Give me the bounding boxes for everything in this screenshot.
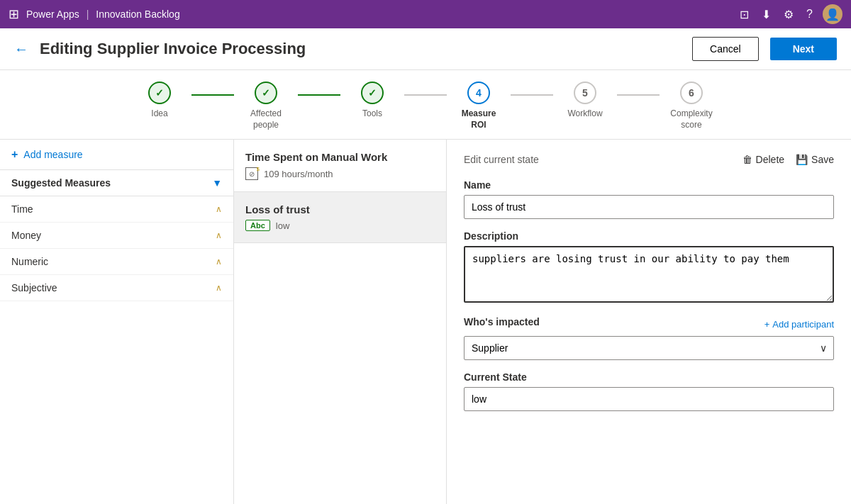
step-idea[interactable]: ✓ Idea: [128, 82, 191, 120]
step-label-affected: Affectedpeople: [250, 108, 282, 130]
category-time[interactable]: Time ∧: [0, 196, 233, 223]
save-icon: 💾: [796, 154, 808, 165]
center-panel: Time Spent on Manual Work $ ⊘ 109 hours/…: [234, 140, 447, 504]
category-subjective[interactable]: Subjective ∧: [0, 275, 233, 301]
category-money-label: Money: [11, 230, 41, 241]
plus-participant-icon: +: [764, 319, 770, 330]
page-header: ← Editing Supplier Invoice Processing Ca…: [0, 28, 851, 70]
connector-4: [511, 94, 553, 96]
measure-title-trust: Loss of trust: [245, 203, 435, 215]
delete-button[interactable]: 🗑 Delete: [742, 154, 784, 165]
current-state-label: Current State: [464, 371, 834, 383]
participant-select[interactable]: Supplier Internal Team Management: [464, 336, 834, 360]
measure-sub-time: $ ⊘ 109 hours/month: [245, 167, 435, 180]
timer-icon: $ ⊘: [245, 167, 258, 180]
next-button[interactable]: Next: [770, 38, 837, 60]
category-numeric[interactable]: Numeric ∧: [0, 249, 233, 275]
grid-icon[interactable]: ⊞: [9, 6, 19, 22]
description-textarea[interactable]: suppliers are losing trust in our abilit…: [464, 246, 834, 303]
measure-sub-trust: Abc low: [245, 220, 435, 231]
description-label: Description: [464, 230, 834, 242]
project-name: Innovation Backlog: [96, 9, 179, 20]
chevron-numeric: ∧: [216, 257, 222, 267]
sidebar: + Add measure Suggested Measures ▼ Time …: [0, 140, 234, 504]
connector-1: [191, 94, 234, 96]
add-participant-label: Add participant: [772, 319, 834, 330]
current-state-input[interactable]: [464, 387, 834, 411]
main-content: + Add measure Suggested Measures ▼ Time …: [0, 140, 851, 504]
save-label: Save: [811, 154, 834, 165]
edit-panel: Edit current state 🗑 Delete 💾 Save Name …: [447, 140, 851, 504]
step-affected-people[interactable]: ✓ Affectedpeople: [234, 82, 298, 130]
step-measure-roi[interactable]: 4 MeasureROI: [447, 82, 511, 130]
trust-subtitle: low: [276, 220, 290, 231]
step-circle-affected: ✓: [255, 82, 277, 104]
step-label-complexity: Complexityscore: [670, 108, 712, 130]
step-circle-tools: ✓: [361, 82, 384, 104]
step-workflow[interactable]: 5 Workflow: [553, 82, 617, 120]
plus-icon: +: [11, 148, 18, 161]
page-title: Editing Supplier Invoice Processing: [40, 40, 681, 58]
step-tools[interactable]: ✓ Tools: [340, 82, 404, 120]
step-circle-measure: 4: [467, 82, 490, 104]
category-money[interactable]: Money ∧: [0, 223, 233, 249]
who-impacted-label: Who's impacted: [464, 316, 540, 327]
chevron-time: ∧: [216, 204, 222, 214]
step-circle-idea: ✓: [148, 82, 171, 104]
step-circle-complexity: 6: [680, 82, 703, 104]
edit-actions: 🗑 Delete 💾 Save: [742, 154, 834, 165]
who-impacted-row: Who's impacted + Add participant: [464, 316, 834, 332]
category-subjective-label: Subjective: [11, 282, 57, 293]
edit-panel-header: Edit current state 🗑 Delete 💾 Save: [464, 154, 834, 165]
filter-icon[interactable]: ▼: [212, 177, 222, 189]
participant-select-wrapper: Supplier Internal Team Management ∨: [464, 336, 834, 360]
steps-bar: ✓ Idea ✓ Affectedpeople ✓ Tools 4 Measur…: [0, 70, 851, 140]
add-participant-button[interactable]: + Add participant: [764, 319, 834, 330]
name-label: Name: [464, 179, 834, 191]
category-time-label: Time: [11, 203, 33, 215]
edit-section-label: Edit current state: [464, 154, 539, 165]
abc-badge: Abc: [245, 220, 270, 231]
monitor-icon[interactable]: ⊡: [740, 8, 749, 21]
back-button[interactable]: ←: [14, 41, 28, 57]
cancel-button[interactable]: Cancel: [692, 37, 759, 61]
help-icon[interactable]: ?: [806, 8, 813, 21]
step-label-measure: MeasureROI: [462, 108, 496, 130]
step-complexity[interactable]: 6 Complexityscore: [660, 82, 723, 130]
delete-icon: 🗑: [742, 154, 752, 165]
measure-card-trust[interactable]: Loss of trust Abc low: [234, 192, 446, 243]
connector-2: [298, 94, 340, 96]
step-label-workflow: Workflow: [567, 108, 602, 120]
topbar: ⊞ Power Apps | Innovation Backlog ⊡ ⬇ ⚙ …: [0, 0, 851, 28]
add-measure-label: Add measure: [23, 149, 82, 160]
suggested-header: Suggested Measures ▼: [0, 170, 233, 196]
avatar[interactable]: 👤: [823, 4, 842, 24]
step-circle-workflow: 5: [574, 82, 596, 104]
save-button[interactable]: 💾 Save: [796, 154, 834, 165]
category-numeric-label: Numeric: [11, 256, 48, 267]
chevron-subjective: ∧: [216, 283, 222, 293]
download-icon[interactable]: ⬇: [762, 8, 771, 21]
separator: |: [87, 9, 89, 20]
measure-title-time: Time Spent on Manual Work: [245, 151, 435, 163]
step-label-idea: Idea: [151, 108, 167, 120]
name-input[interactable]: [464, 195, 834, 219]
chevron-money: ∧: [216, 230, 222, 240]
step-label-tools: Tools: [362, 108, 382, 120]
settings-icon[interactable]: ⚙: [784, 8, 794, 21]
connector-3: [404, 94, 447, 96]
time-subtitle: 109 hours/month: [264, 169, 333, 179]
suggested-label: Suggested Measures: [11, 177, 111, 189]
add-measure-button[interactable]: + Add measure: [0, 140, 233, 170]
app-name: Power Apps: [26, 9, 79, 20]
measure-card-time[interactable]: Time Spent on Manual Work $ ⊘ 109 hours/…: [234, 140, 446, 192]
connector-5: [617, 94, 660, 96]
delete-label: Delete: [756, 154, 784, 165]
